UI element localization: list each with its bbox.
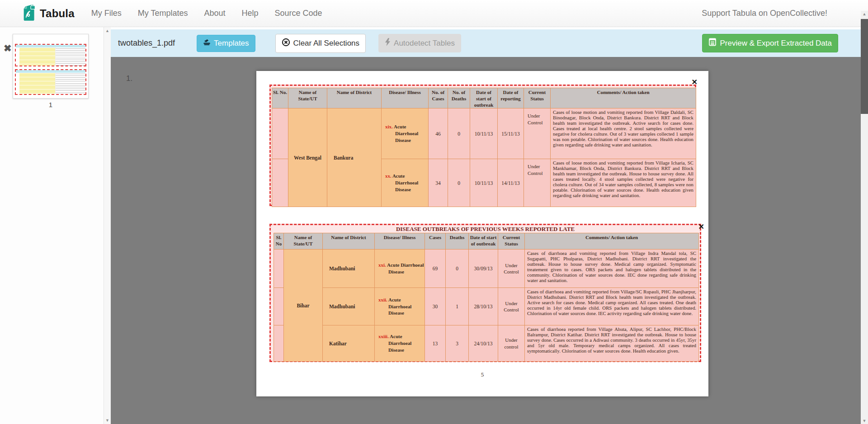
- nav-item-source-code[interactable]: Source Code: [275, 9, 322, 18]
- header-deaths: Deaths: [446, 233, 469, 250]
- table-cell-cases: 34: [429, 159, 448, 207]
- template-icon: [203, 39, 211, 48]
- table-cell-district: Bankura: [327, 108, 382, 207]
- table-cell-slno: [272, 159, 288, 207]
- thumbnail-close-button[interactable]: ✖: [4, 43, 12, 53]
- table-cell-report-date: 15/11/13: [498, 108, 524, 159]
- selection-close-button[interactable]: ✕: [692, 79, 698, 86]
- brand-title: Tabula: [40, 7, 75, 20]
- nav-item-my-files[interactable]: My Files: [91, 9, 122, 18]
- lightning-bolt-icon: [385, 38, 391, 48]
- table-selection-overlay-2[interactable]: ✕ DISEASE OUTBREAKS OF PREVIOUS WEEKS RE…: [269, 224, 701, 362]
- table-cell-deaths: 0: [448, 159, 470, 207]
- scrollbar-thumb[interactable]: [861, 19, 868, 114]
- scroll-down-icon[interactable]: ▼: [861, 419, 868, 423]
- brand-link[interactable]: Tabula: [20, 3, 75, 24]
- table-cell-status: Under control: [498, 325, 525, 362]
- outbreak-table-previous-weeks: Sl. No Name of State/UT Name of District…: [274, 233, 699, 362]
- templates-button[interactable]: Templates: [197, 35, 255, 52]
- table-cell-disease: xxiii. Acute Diarrhoeal Disease: [375, 325, 425, 362]
- pdf-viewer: 1. ✕ Sl. No. Name of State/UT: [111, 57, 868, 424]
- header-status: Current Status: [498, 233, 525, 250]
- main-scrollbar[interactable]: ▲ ▼: [861, 11, 868, 424]
- pdf-page-number: 5: [256, 371, 708, 378]
- table-cell-disease: xx. Acute Diarrhoeal Disease: [382, 159, 429, 207]
- table-cell-slno: [274, 288, 284, 325]
- header-disease: Disease/ Illness: [375, 233, 425, 250]
- table2-title: DISEASE OUTBREAKS OF PREVIOUS WEEKS REPO…: [271, 226, 700, 233]
- table-cell-deaths: 3: [446, 325, 469, 362]
- table-cell-district: Katihar: [323, 325, 375, 362]
- autodetect-tables-button[interactable]: Autodetect Tables: [378, 34, 461, 52]
- thumbnail-table-cells: [16, 47, 56, 66]
- support-link[interactable]: Support Tabula on OpenCollective!: [702, 9, 827, 18]
- table-cell-start-date: 28/10/13: [469, 288, 498, 325]
- thumbnail-selection-1[interactable]: [15, 44, 86, 66]
- table-cell-start-date: 10/11/13: [470, 159, 498, 207]
- main-nav: My Files My Templates About Help Source …: [91, 9, 322, 18]
- header-start-date: Date of start of outbreak: [470, 88, 498, 108]
- header-report-date: Date of reporting: [498, 88, 524, 108]
- page-thumbnail[interactable]: [13, 34, 89, 99]
- nav-item-my-templates[interactable]: My Templates: [138, 9, 188, 18]
- table-cell-status: Under Control: [498, 288, 525, 325]
- table-cell-disease: xix. Acute Diarrhoeal Disease: [382, 108, 429, 159]
- workspace: twotables_1.pdf Templates: [111, 27, 868, 424]
- header-disease: Disease/ Illness: [382, 88, 429, 108]
- nav-item-about[interactable]: About: [204, 9, 225, 18]
- header-state: Name of State/UT: [288, 88, 327, 108]
- table-cell-report-date: 14/11/13: [498, 159, 524, 207]
- nav-item-help[interactable]: Help: [242, 9, 259, 18]
- export-button[interactable]: Preview & Export Extracted Data: [702, 34, 838, 52]
- thumbnails-sidebar: ✖ 1 ▲ ▼: [0, 27, 111, 424]
- thumbnail-page-number: 1: [13, 101, 89, 108]
- table-cell-comments: Cases of loose motion and vomiting repor…: [551, 159, 696, 207]
- sidebar-scrollbar[interactable]: ▲ ▼: [104, 27, 111, 424]
- table-cell-start-date: 30/09/13: [469, 250, 498, 288]
- table-cell-status: Under Control: [524, 159, 551, 207]
- scroll-up-icon[interactable]: ▲: [861, 12, 868, 16]
- outbreak-table-current-week: Sl. No. Name of State/UT Name of Distric…: [272, 88, 696, 207]
- table-cell-status: Under Control: [524, 108, 551, 159]
- table-cell-slno: [272, 108, 288, 159]
- table-cell-start-date: 10/11/13: [470, 108, 498, 159]
- header-status: Current Status: [524, 88, 551, 108]
- thumbnail-table-text: [56, 73, 85, 94]
- header-cases: No. of Cases: [429, 88, 448, 108]
- header-sl-no: Sl. No: [274, 233, 284, 250]
- thumbnail-selection-2[interactable]: [15, 69, 86, 95]
- pdf-page[interactable]: ✕ Sl. No. Name of State/UT Name of Distr…: [256, 71, 708, 396]
- header-cases: Cases: [425, 233, 446, 250]
- table-cell-start-date: 24/10/13: [469, 325, 498, 362]
- table-cell-cases: 13: [425, 325, 446, 362]
- scroll-up-icon[interactable]: ▲: [104, 28, 111, 33]
- page-ordinal: 1.: [126, 74, 132, 83]
- table-cell-district: Madhubani: [323, 288, 375, 325]
- toolbar: twotables_1.pdf Templates: [111, 29, 868, 57]
- table-cell-deaths: 1: [446, 288, 469, 325]
- table-cell-state: West Bengal: [288, 108, 327, 207]
- header-sl-no: Sl. No.: [272, 88, 288, 108]
- header-comments: Comments/ Action taken: [551, 88, 696, 108]
- table-cell-slno: [274, 250, 284, 288]
- table-cell-comments: Cases of diarrhoea reported from Village…: [525, 325, 699, 362]
- table-cell-district: Madhubani: [323, 250, 375, 288]
- header-state: Name of State/UT: [284, 233, 323, 250]
- header-deaths: No. of Deaths: [448, 88, 470, 108]
- header-district: Name of District: [327, 88, 382, 108]
- table-cell-comments: Cases of diarrhoea and vomiting reported…: [525, 250, 699, 288]
- table-cell-cases: 46: [429, 108, 448, 159]
- table-selection-overlay-1[interactable]: ✕ Sl. No. Name of State/UT Name of Distr…: [269, 85, 696, 206]
- table-cell-state: Bihar: [284, 250, 323, 362]
- thumbnail-table-text: [56, 47, 85, 66]
- thumbnail-table-cells: [16, 73, 56, 94]
- table-cell-status: Under Control: [498, 250, 525, 288]
- scroll-down-icon[interactable]: ▼: [104, 418, 111, 423]
- table-cell-disease: xxi. Acute Diarrhoeal Disease: [375, 250, 425, 288]
- clear-selections-button[interactable]: Clear All Selections: [275, 34, 366, 53]
- export-list-icon: [708, 38, 717, 48]
- tabula-logo-icon: [20, 3, 36, 24]
- table-cell-deaths: 0: [446, 250, 469, 288]
- table-cell-disease: xxii. Acute Diarrhoeal Disease: [375, 288, 425, 325]
- navbar: Tabula My Files My Templates About Help …: [0, 0, 868, 27]
